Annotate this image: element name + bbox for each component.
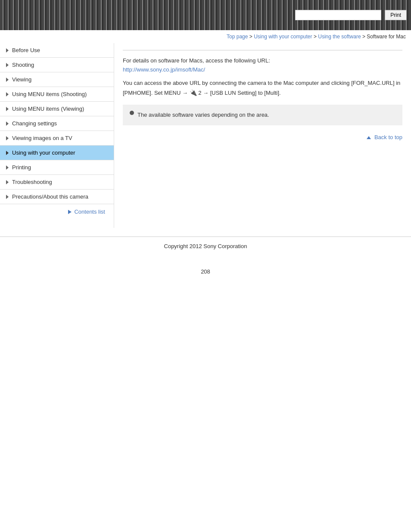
- sidebar-item-shooting[interactable]: Shooting: [0, 58, 114, 72]
- sidebar-item-precautions[interactable]: Precautions/About this camera: [0, 190, 114, 204]
- back-to-top-label: Back to top: [374, 134, 402, 140]
- chevron-right-icon: [6, 63, 9, 67]
- sidebar-item-label: Precautions/About this camera: [12, 193, 88, 200]
- note-text: The available software varies depending …: [137, 111, 269, 120]
- chevron-right-icon: [6, 121, 9, 126]
- breadcrumb: Top page > Using with your computer > Us…: [0, 30, 411, 43]
- sidebar-item-label: Changing settings: [12, 120, 57, 127]
- sidebar-item-changing-settings[interactable]: Changing settings: [0, 116, 114, 131]
- breadcrumb-using-software[interactable]: Using the software: [318, 34, 361, 40]
- sidebar-item-label: Viewing images on a TV: [12, 135, 72, 141]
- sidebar-item-using-computer[interactable]: Using with your computer: [0, 146, 114, 160]
- sidebar-item-label: Using with your computer: [12, 149, 75, 156]
- chevron-right-icon: [6, 107, 9, 111]
- mac-software-url[interactable]: http://www.sony.co.jp/imsoft/Mac/: [123, 66, 402, 73]
- breadcrumb-using-computer[interactable]: Using with your computer: [254, 34, 312, 40]
- chevron-right-icon: [6, 195, 9, 199]
- sidebar-item-label: Using MENU items (Viewing): [12, 106, 84, 112]
- sidebar-item-label: Shooting: [12, 62, 34, 68]
- bullet-icon: [130, 111, 134, 115]
- back-to-top[interactable]: Back to top: [123, 134, 402, 140]
- contents-list-link[interactable]: Contents list: [0, 204, 114, 219]
- chevron-right-icon: [6, 151, 9, 155]
- page-number: 208: [0, 268, 411, 275]
- chevron-right-icon: [6, 180, 9, 184]
- breadcrumb-current: Software for Mac: [367, 34, 406, 40]
- chevron-right-icon: [6, 165, 9, 170]
- sidebar: Before Use Shooting Viewing Using MENU i…: [0, 43, 114, 228]
- sidebar-item-label: Viewing: [12, 76, 31, 83]
- sidebar-item-printing[interactable]: Printing: [0, 160, 114, 175]
- sidebar-item-label: Troubleshooting: [12, 179, 52, 185]
- intro-text: For details on software for Macs, access…: [123, 57, 402, 64]
- main-layout: Before Use Shooting Viewing Using MENU i…: [0, 43, 411, 228]
- sidebar-item-troubleshooting[interactable]: Troubleshooting: [0, 175, 114, 190]
- sidebar-item-viewing[interactable]: Viewing: [0, 72, 114, 87]
- sidebar-item-before-use[interactable]: Before Use: [0, 43, 114, 58]
- chevron-right-icon: [6, 48, 9, 53]
- camera-icon: 🔌: [190, 89, 197, 96]
- content-area: For details on software for Macs, access…: [114, 43, 411, 149]
- search-input[interactable]: [295, 10, 381, 20]
- sidebar-item-menu-shooting[interactable]: Using MENU items (Shooting): [0, 87, 114, 102]
- chevron-right-icon: [6, 78, 9, 82]
- triangle-up-icon: [367, 136, 371, 139]
- sidebar-item-viewing-tv[interactable]: Viewing images on a TV: [0, 131, 114, 146]
- footer: Copyright 2012 Sony Corporation: [0, 236, 411, 255]
- copyright-text: Copyright 2012 Sony Corporation: [164, 243, 247, 249]
- access-note: You can access the above URL by connecti…: [123, 79, 402, 98]
- chevron-right-icon: [6, 136, 9, 140]
- sidebar-item-label: Printing: [12, 164, 31, 171]
- content-title-divider: [123, 47, 402, 50]
- note-box: The available software varies depending …: [123, 105, 402, 126]
- sidebar-item-menu-viewing[interactable]: Using MENU items (Viewing): [0, 102, 114, 116]
- chevron-right-icon: [6, 92, 9, 96]
- arrow-right-icon: [68, 210, 72, 214]
- sidebar-item-label: Using MENU items (Shooting): [12, 91, 87, 97]
- breadcrumb-top-page[interactable]: Top page: [227, 34, 248, 40]
- back-to-top-link[interactable]: Back to top: [367, 134, 402, 140]
- sidebar-item-label: Before Use: [12, 47, 40, 53]
- header: Print: [0, 0, 411, 30]
- contents-list-label: Contents list: [74, 208, 105, 215]
- print-button[interactable]: Print: [385, 10, 407, 20]
